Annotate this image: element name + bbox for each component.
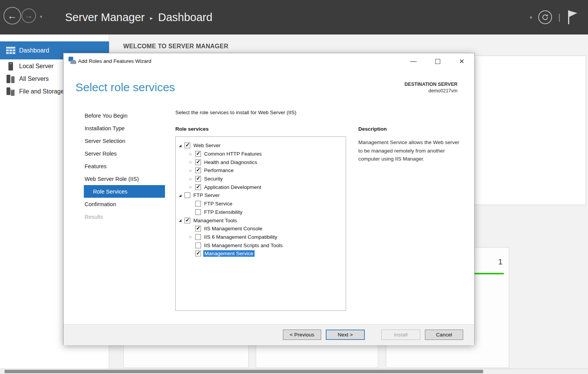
checkbox-checked[interactable] [195,251,201,256]
manage-dropdown-icon[interactable]: ▾ [530,15,532,20]
tree-item[interactable]: FTP Extensibility [176,208,346,217]
wizard-step-label: Results [85,214,103,220]
checkbox-checked[interactable] [195,176,201,182]
expand-icon[interactable] [189,160,195,164]
checkbox-unchecked[interactable] [195,234,201,240]
checkbox-unchecked[interactable] [185,192,190,198]
wizard-step-installation-type[interactable]: Installation Type [84,122,165,135]
wizard-title: Add Roles and Features Wizard [78,53,151,69]
next-button[interactable]: Next > [326,330,365,340]
forward-button[interactable]: → [21,8,36,23]
tree-item[interactable]: Health and Diagnostics [176,158,346,166]
role-services-tree-label: Role services [175,126,209,132]
breadcrumb-dashboard[interactable]: Dashboard [158,11,212,24]
tree-item[interactable]: Web Server [176,141,346,150]
wizard-step-server-selection[interactable]: Server Selection [84,135,165,147]
wizard-step-web-server-role-iis-[interactable]: Web Server Role (IIS) [84,172,165,185]
tree-item[interactable]: Security [176,175,346,183]
tree-item[interactable]: FTP Service [176,200,346,208]
close-button[interactable]: ✕ [454,54,469,69]
cancel-button[interactable]: Cancel [425,330,463,340]
role-services-tree[interactable]: Web ServerCommon HTTP FeaturesHealth and… [175,136,346,311]
previous-button[interactable]: < Previous [283,330,321,340]
sidebar-item-label: Local Server [19,63,54,70]
tree-item-label[interactable]: Security [204,176,223,182]
checkbox-checked[interactable] [195,226,201,231]
tree-item[interactable]: Management Service [176,249,346,258]
checkbox-checked[interactable] [195,184,201,190]
minimize-button[interactable]: — [406,54,421,69]
checkbox-checked[interactable] [195,151,201,157]
expand-icon[interactable] [189,169,195,172]
destination-server-label: DESTINATION SERVER [405,82,457,87]
breadcrumb-server-manager[interactable]: Server Manager [65,11,145,24]
expand-icon[interactable] [189,177,195,181]
tree-item-label[interactable]: Web Server [193,143,220,148]
notification-flag-icon[interactable] [567,10,578,25]
wizard-icon [69,57,77,65]
tree-item[interactable]: Application Development [176,183,346,191]
tree-item[interactable]: FTP Server [176,191,346,200]
wizard-step-label: Role Services [93,189,127,195]
wizard-step-label: Features [85,163,106,169]
tree-item[interactable]: Management Tools [176,216,346,225]
wizard-step-confirmation[interactable]: Confirmation [84,198,165,210]
checkbox-checked[interactable] [185,218,190,223]
all-servers-icon [6,75,16,83]
back-button[interactable]: ← [3,7,21,25]
collapse-icon[interactable] [179,218,185,222]
minimize-icon: — [410,57,417,65]
tree-item-label[interactable]: Management Service [203,250,255,257]
wizard-step-before-you-begin[interactable]: Before You Begin [84,109,165,122]
tree-item-label[interactable]: Health and Diagnostics [204,159,257,165]
destination-server-block: DESTINATION SERVER demo0217vm [405,82,457,94]
checkbox-checked[interactable] [195,167,201,173]
checkbox-checked[interactable] [185,143,190,148]
breadcrumb-separator-icon: ▸ [150,15,153,21]
expand-icon[interactable] [189,235,195,239]
tree-item-label[interactable]: Common HTTP Features [204,151,262,157]
expand-icon[interactable] [189,152,195,156]
welcome-heading: WELCOME TO SERVER MANAGER [123,43,228,50]
wizard-step-features[interactable]: Features [84,160,165,172]
wizard-step-server-roles[interactable]: Server Roles [84,147,165,160]
tree-item-label[interactable]: IIS Management Console [204,226,262,231]
tree-item[interactable]: IIS Management Scripts and Tools [176,241,346,249]
tree-item-label[interactable]: IIS Management Scripts and Tools [204,243,283,248]
tree-item-label[interactable]: Performance [204,167,234,173]
tree-item[interactable]: Common HTTP Features [176,150,346,158]
horizontal-scrollbar[interactable] [0,369,588,374]
refresh-icon [541,13,549,21]
tree-item[interactable]: IIS 6 Management Compatibility [176,233,346,241]
maximize-icon [435,59,440,64]
expand-icon[interactable] [189,185,195,189]
tree-item[interactable]: IIS Management Console [176,225,346,233]
breadcrumb: Server Manager ▸ Dashboard [65,0,212,34]
tree-item[interactable]: Performance [176,166,346,175]
collapse-icon[interactable] [179,194,185,197]
checkbox-unchecked[interactable] [195,243,201,248]
tree-item-label[interactable]: FTP Extensibility [204,209,242,215]
wizard-step-label: Server Selection [85,138,125,144]
checkbox-unchecked[interactable] [195,201,201,207]
wizard-step-results: Results [84,210,165,223]
roles-count-link[interactable]: 1 [498,257,503,266]
scrollbar-thumb[interactable] [5,370,483,373]
topbar-actions: ▾ | [530,0,578,34]
wizard-title-bar[interactable]: Add Roles and Features Wizard — ✕ [64,53,474,69]
checkbox-checked[interactable] [195,159,201,165]
history-dropdown-icon[interactable]: ▾ [40,14,42,20]
refresh-button[interactable] [538,10,552,24]
tree-item-label[interactable]: FTP Service [204,201,232,207]
topbar-divider: | [558,12,560,22]
tree-item-label[interactable]: Management Tools [193,218,237,223]
maximize-button[interactable] [430,54,445,69]
checkbox-unchecked[interactable] [195,209,201,215]
local-server-icon [6,62,16,71]
close-icon: ✕ [459,57,464,66]
tree-item-label[interactable]: Application Development [204,184,261,190]
collapse-icon[interactable] [179,144,185,148]
wizard-step-role-services[interactable]: Role Services [84,185,165,198]
tree-item-label[interactable]: FTP Server [193,192,220,198]
tree-item-label[interactable]: IIS 6 Management Compatibility [204,234,277,240]
